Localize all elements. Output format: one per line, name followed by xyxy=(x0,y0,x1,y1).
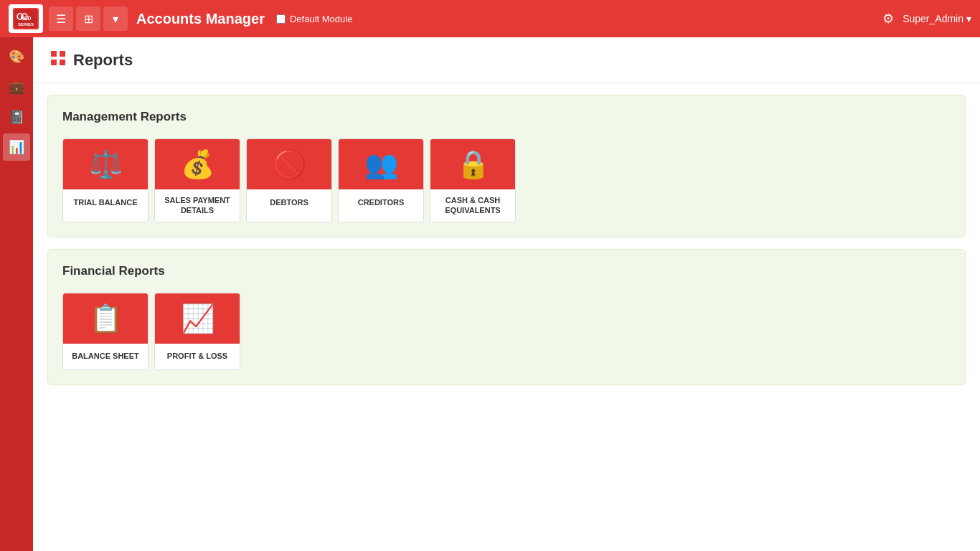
default-module-checkbox[interactable] xyxy=(276,14,286,24)
debtors-label: DEBTORS xyxy=(247,189,331,215)
settings-icon[interactable]: ⚙ xyxy=(882,11,894,27)
financial-reports-title: Financial Reports xyxy=(62,264,951,278)
profit-loss-label: PROFIT & LOSS xyxy=(155,344,240,369)
sales-payment-label: SALES PAYMENT DETAILS xyxy=(155,189,240,222)
balance-sheet-label: BALANCE SHEET xyxy=(63,344,148,369)
creditors-icon-area: 👥 xyxy=(339,139,423,189)
management-reports-section: Management Reports ⚖️ TRIAL BALANCE 💰 SA… xyxy=(47,95,966,237)
username-label: Super_Admin xyxy=(903,13,963,24)
sidebar: 🎨 💼 📓 📊 xyxy=(0,37,33,551)
svg-rect-6 xyxy=(60,51,65,57)
financial-reports-cards: 📋 BALANCE SHEET 📈 PROFIT & LOSS xyxy=(62,293,951,370)
cash-equivalents-icon-area: 🔒 xyxy=(430,139,515,189)
sidebar-item-chart[interactable]: 📊 xyxy=(3,133,30,161)
management-reports-cards: ⚖️ TRIAL BALANCE 💰 SALES PAYMENT DETAILS… xyxy=(62,138,951,222)
sales-payment-icon-area: 💰 xyxy=(155,139,240,189)
page-header-icon xyxy=(50,50,66,70)
cash-equivalents-label: CASH & CASH EQUIVALENTS xyxy=(430,189,515,222)
default-module-label: Default Module xyxy=(290,14,352,24)
balance-sheet-icon-area: 📋 xyxy=(63,293,148,344)
main-content: Reports Management Reports ⚖️ TRIAL BALA… xyxy=(33,37,980,551)
sales-payment-card[interactable]: 💰 SALES PAYMENT DETAILS xyxy=(154,138,240,222)
cash-equivalents-icon: 🔒 xyxy=(456,149,490,180)
svg-rect-8 xyxy=(60,60,65,65)
chart-icon: 📊 xyxy=(9,139,24,155)
sidebar-item-briefcase[interactable]: 💼 xyxy=(3,73,30,100)
grid-icon: ⊞ xyxy=(84,12,93,26)
briefcase-icon: 💼 xyxy=(9,79,24,95)
svg-rect-7 xyxy=(51,60,57,65)
hamburger-icon: ☰ xyxy=(56,12,66,26)
hamburger-button[interactable]: ☰ xyxy=(49,6,73,31)
app-logo: RED SERIES xyxy=(9,4,43,33)
debtors-card[interactable]: 🚫 DEBTORS xyxy=(246,138,332,222)
layout: 🎨 💼 📓 📊 Reports Ma xyxy=(0,37,980,551)
management-reports-title: Management Reports xyxy=(62,110,951,124)
creditors-card[interactable]: 👥 CREDITORS xyxy=(338,138,424,222)
user-dropdown[interactable]: Super_Admin ▾ xyxy=(903,13,971,24)
cash-equivalents-card[interactable]: 🔒 CASH & CASH EQUIVALENTS xyxy=(430,138,516,222)
grid-button[interactable]: ⊞ xyxy=(76,6,100,31)
trial-balance-icon: ⚖️ xyxy=(89,149,123,180)
debtors-icon-area: 🚫 xyxy=(247,139,331,189)
default-module-toggle: Default Module xyxy=(276,14,352,24)
notebook-icon: 📓 xyxy=(9,109,24,125)
sales-payment-icon: 💰 xyxy=(181,149,215,180)
app-title: Accounts Manager xyxy=(136,11,265,27)
navbar: RED SERIES ☰ ⊞ ▾ Accounts Manager Defaul… xyxy=(0,0,980,37)
creditors-icon: 👥 xyxy=(364,149,398,180)
trial-balance-card[interactable]: ⚖️ TRIAL BALANCE xyxy=(62,138,149,222)
debtors-icon: 🚫 xyxy=(273,149,306,180)
profit-loss-card[interactable]: 📈 PROFIT & LOSS xyxy=(154,293,240,370)
balance-sheet-card[interactable]: 📋 BALANCE SHEET xyxy=(62,293,149,370)
balance-sheet-icon: 📋 xyxy=(89,303,123,334)
page-title: Reports xyxy=(73,51,133,70)
palette-icon: 🎨 xyxy=(9,49,24,65)
nav-right: ⚙ Super_Admin ▾ xyxy=(882,11,971,27)
sidebar-item-notebook[interactable]: 📓 xyxy=(3,103,30,131)
sidebar-item-palette[interactable]: 🎨 xyxy=(3,43,30,70)
chevron-down-icon: ▾ xyxy=(113,12,118,26)
page-header: Reports xyxy=(33,37,980,83)
chevron-button[interactable]: ▾ xyxy=(103,6,128,31)
trial-balance-icon-area: ⚖️ xyxy=(63,139,148,189)
svg-rect-5 xyxy=(51,51,57,57)
svg-text:SERIES: SERIES xyxy=(18,22,34,27)
profit-loss-icon-area: 📈 xyxy=(155,293,240,344)
financial-reports-section: Financial Reports 📋 BALANCE SHEET 📈 PROF… xyxy=(47,249,966,385)
logo-inner: RED SERIES xyxy=(13,8,39,29)
trial-balance-label: TRIAL BALANCE xyxy=(63,189,148,215)
user-chevron-icon: ▾ xyxy=(966,13,971,24)
creditors-label: CREDITORS xyxy=(339,189,423,215)
profit-loss-icon: 📈 xyxy=(181,303,215,334)
